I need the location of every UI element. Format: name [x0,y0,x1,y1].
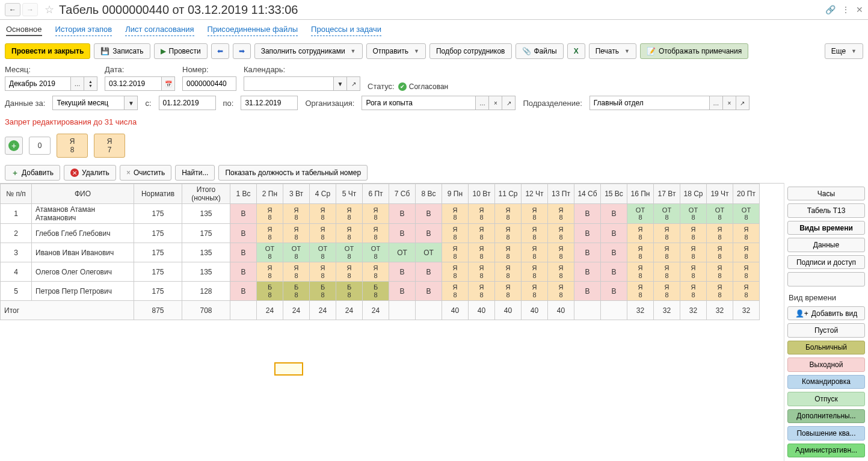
day-cell[interactable]: Я8 [469,262,495,282]
org-open[interactable]: ↗ [502,96,516,110]
month-stepper[interactable]: ▲▼ [84,76,97,91]
excel-button[interactable]: X [567,43,585,59]
date-calendar-button[interactable]: 📅 [162,76,175,91]
table-row[interactable]: 4Олегов Олег Олегович175135ВЯ8Я8Я8Я8Я8ВВ… [1,262,760,282]
day-cell[interactable]: Я8 [363,224,389,243]
cell[interactable]: Иванов Иван Иванович [32,243,134,262]
calendar-open-button[interactable]: ↗ [347,76,360,91]
day-cell[interactable]: Я8 [469,243,495,262]
day-cell[interactable]: Я8 [680,262,707,282]
vacation-type-button[interactable]: Отпуск [787,392,865,406]
cell[interactable]: 175 [134,262,182,282]
show-notes-button[interactable]: 📝Отображать примечания [640,43,748,59]
day-cell[interactable]: Я8 [522,243,548,262]
upskill-type-button[interactable]: Повышение ква... [787,426,865,440]
day-cell[interactable]: Я8 [522,282,548,301]
day-cell[interactable]: Я8 [654,282,680,301]
col-day-16[interactable]: 16 Пн [627,184,654,204]
cell[interactable]: 175 [134,243,182,262]
dept-clear[interactable]: × [723,96,736,110]
day-cell[interactable]: В [230,243,257,262]
day-cell[interactable]: В [230,282,257,301]
send-button[interactable]: Отправить▼ [366,43,426,59]
day-cell[interactable]: В [230,262,257,282]
cell[interactable]: 3 [1,243,32,262]
day-cell[interactable]: Я8 [363,262,389,282]
col-total[interactable]: Итого (ночных) [182,184,230,204]
number-input[interactable] [182,76,236,91]
dept-input[interactable] [589,96,710,110]
day-cell[interactable]: Я8 [522,204,548,224]
day-cell[interactable]: Я8 [733,243,760,262]
day-cell[interactable]: Я8 [495,282,522,301]
col-day-14[interactable]: 14 Сб [574,184,601,204]
day-cell[interactable]: Я8 [522,262,548,282]
cell[interactable]: Глебов Глеб Глебович [32,224,134,243]
more-button[interactable]: Еще▼ [825,43,863,59]
day-cell[interactable]: В [416,262,442,282]
chip-ya-7[interactable]: Я7 [94,134,125,158]
add-row-button[interactable]: ＋Добавить [5,165,60,181]
table-row[interactable]: 1Атаманов Атаман Атаманович175135ВЯ8Я8Я8… [1,204,760,224]
post-button[interactable]: ▶Провести [154,43,208,59]
day-cell[interactable]: ОТ8 [707,204,733,224]
cell[interactable]: 4 [1,262,32,282]
day-cell[interactable]: В [389,204,416,224]
day-cell[interactable]: Я8 [707,282,733,301]
col-day-2[interactable]: 2 Пн [257,184,283,204]
day-cell[interactable]: В [389,224,416,243]
day-cell[interactable]: Я8 [442,262,469,282]
calendar-dd-button[interactable]: ▼ [334,76,347,91]
day-cell[interactable]: В [601,262,627,282]
col-day-13[interactable]: 13 Пт [548,184,574,204]
timetypes-button[interactable]: Виды времени [787,221,865,235]
day-cell[interactable]: В [230,204,257,224]
save-button[interactable]: 💾Записать [94,43,150,59]
day-cell[interactable]: Я8 [283,224,310,243]
day-cell[interactable]: Я8 [495,224,522,243]
day-cell[interactable]: ОТ [389,243,416,262]
table-row[interactable]: 3Иванов Иван Иванович175135ВОТ8ОТ8ОТ8ОТ8… [1,243,760,262]
col-day-5[interactable]: 5 Чт [336,184,363,204]
cell[interactable]: 175 [134,224,182,243]
org-dots[interactable]: … [476,96,489,110]
col-day-18[interactable]: 18 Ср [680,184,707,204]
day-cell[interactable]: ОТ8 [654,204,680,224]
day-cell[interactable]: Я8 [654,224,680,243]
holiday-type-button[interactable]: Выходной [787,357,865,371]
from-input[interactable] [159,96,216,110]
day-cell[interactable]: Я8 [707,224,733,243]
sign-button[interactable]: Подписи и доступ [787,255,865,269]
col-day-1[interactable]: 1 Вс [230,184,257,204]
col-day-12[interactable]: 12 Чт [522,184,548,204]
cell[interactable]: 175 [134,282,182,301]
col-day-6[interactable]: 6 Пт [363,184,389,204]
day-cell[interactable]: Я8 [654,262,680,282]
blank-button[interactable] [787,272,865,286]
day-cell[interactable]: Я8 [469,224,495,243]
tab-3[interactable]: Присоединенные файлы [208,23,298,36]
day-cell[interactable]: Я8 [283,262,310,282]
col-day-8[interactable]: 8 Вс [416,184,442,204]
hours-button[interactable]: Часы [787,187,865,200]
day-cell[interactable]: Я8 [469,282,495,301]
col-num[interactable]: № п/п [1,184,32,204]
col-norm[interactable]: Норматив [134,184,182,204]
cell[interactable]: Атаманов Атаман Атаманович [32,204,134,224]
day-cell[interactable]: Я8 [442,224,469,243]
next-arrow-button[interactable]: ➡ [233,43,251,59]
day-cell[interactable]: Я8 [495,204,522,224]
post-and-close-button[interactable]: Провести и закрыть [5,43,90,59]
table-row[interactable]: 2Глебов Глеб Глебович175175ВЯ8Я8Я8Я8Я8ВВ… [1,224,760,243]
day-cell[interactable]: В [416,204,442,224]
col-day-10[interactable]: 10 Вт [469,184,495,204]
day-cell[interactable]: Я8 [363,204,389,224]
day-cell[interactable]: Б8 [283,282,310,301]
sick-type-button[interactable]: Больничный [787,341,865,354]
cell[interactable]: 128 [182,282,230,301]
day-cell[interactable]: Я8 [257,262,283,282]
extra-type-button[interactable]: Дополнительны... [787,409,865,423]
col-day-11[interactable]: 11 Ср [495,184,522,204]
pick-employees-button[interactable]: Подбор сотрудников [429,43,512,59]
col-day-17[interactable]: 17 Вт [654,184,680,204]
